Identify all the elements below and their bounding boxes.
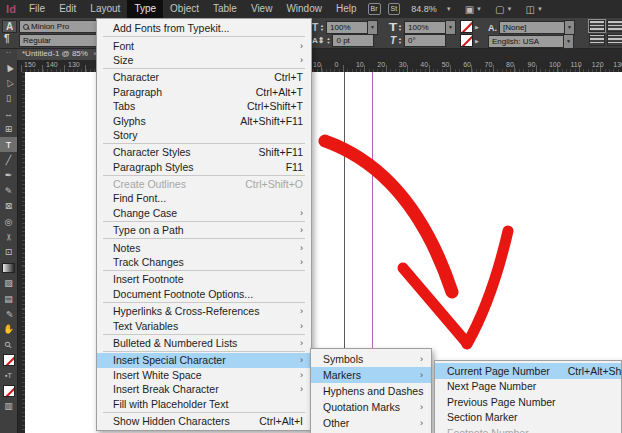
stepper-icon[interactable]: ▲▼ [326,37,330,45]
menu-item-other[interactable]: Other› [311,415,431,431]
apply-color-swatch[interactable] [0,383,17,398]
fill-indicator[interactable]: ▶ [460,20,479,33]
note-tool[interactable]: ▤ [0,291,17,306]
stepper-icon[interactable]: ▲▼ [398,37,402,45]
screen-mode-icon[interactable]: ▢▼ [495,4,512,15]
hand-tool[interactable]: ✋ [0,322,17,337]
pencil-tool[interactable]: ✎ [0,183,17,198]
dropdown-button[interactable]: ▼ [564,20,575,35]
bridge-button[interactable]: Br [368,3,381,15]
character-style-control[interactable]: A. [None] ▼ [488,20,575,35]
menubar-item-window[interactable]: Window [279,0,329,18]
align-left-icon[interactable] [589,20,605,32]
menu-item-insert-special-character[interactable]: Insert Special Character› [97,353,311,367]
direct-selection-tool[interactable]: ▷ [0,75,17,90]
stepper-icon[interactable]: ▲▼ [320,24,324,32]
menu-item-insert-white-space[interactable]: Insert White Space› [97,368,311,382]
ellipse-tool[interactable]: ◎ [0,214,17,229]
baseline-shift-control[interactable]: A⇕ ▲▼ 0 pt [312,34,374,47]
align-center-icon[interactable] [607,20,622,32]
menu-item-section-marker[interactable]: Section Marker [435,410,621,426]
none-stroke-swatch[interactable] [460,34,473,47]
menu-item-story[interactable]: Story [97,128,311,142]
view-options-icon[interactable]: ▣▼ [465,4,482,15]
scissors-tool[interactable]: ✂ [0,229,17,244]
gradient-swatch-tool[interactable] [0,260,17,275]
menu-item-footnote-number[interactable]: Footnote Number [435,425,621,433]
menu-item-character-styles[interactable]: Character StylesShift+F11 [97,145,311,159]
swatch-caret-icon[interactable]: ▶ [475,38,479,44]
menubar-item-type[interactable]: Type [127,0,163,18]
menu-item-character[interactable]: CharacterCtrl+T [97,70,311,84]
horizontal-scale-control[interactable]: T ▲▼ 100% ▼ [390,20,456,35]
pen-tool[interactable]: ✒ [0,168,17,183]
menu-item-fill-with-placeholder-text[interactable]: Fill with Placeholder Text [97,396,311,410]
menu-item-insert-footnote[interactable]: Insert Footnote [97,272,311,286]
menubar-item-object[interactable]: Object [163,0,206,18]
menubar-item-help[interactable]: Help [329,0,364,18]
free-transform-tool[interactable]: ⊡ [0,245,17,260]
menu-item-type-on-a-path[interactable]: Type on a Path› [97,223,311,237]
vertical-ruler[interactable] [17,72,25,433]
gradient-feather-tool[interactable]: ▨ [0,275,17,290]
menu-item-markers[interactable]: Markers› [311,367,431,383]
stock-button[interactable]: St [388,3,401,15]
menu-item-previous-page-number[interactable]: Previous Page Number [435,394,621,410]
dropdown-button[interactable]: ▼ [367,20,378,35]
menubar-item-table[interactable]: Table [206,0,244,18]
menu-item-text-variables[interactable]: Text Variables› [97,318,311,332]
fill-stroke-swatch[interactable] [0,352,17,367]
selection-tool[interactable]: ▶ [0,60,17,75]
dropdown-button[interactable]: ▼ [445,20,456,35]
menubar-item-file[interactable]: File [22,0,52,18]
document-tab[interactable]: *Untitled-1 @ 85% × [17,48,103,60]
content-collector-tool[interactable]: ⊞ [0,122,17,137]
menu-item-track-changes[interactable]: Track Changes› [97,255,311,269]
justify-icon[interactable] [607,34,622,46]
menu-item-paragraph[interactable]: ParagraphCtrl+Alt+T [97,85,311,99]
zoom-caret-icon[interactable]: ▼ [446,6,452,12]
menu-item-glyphs[interactable]: GlyphsAlt+Shift+F11 [97,113,311,127]
menu-item-size[interactable]: Size› [97,53,311,67]
none-fill-swatch[interactable] [460,20,473,33]
vertical-scale-control[interactable]: T ▲▼ 100% ▼ [312,20,378,35]
dropdown-button[interactable]: ▼ [563,34,574,49]
menu-item-paragraph-styles[interactable]: Paragraph StylesF11 [97,160,311,174]
tools-panel-header[interactable]: ·· [0,48,17,60]
menu-item-change-case[interactable]: Change Case› [97,206,311,220]
menu-item-bulleted-numbered-lists[interactable]: Bulleted & Numbered Lists› [97,336,311,350]
type-tool[interactable]: T [0,137,17,152]
swatch-caret-icon[interactable]: ▶ [475,24,479,30]
align-right-icon[interactable] [589,34,605,46]
menu-item-add-fonts-from-typekit[interactable]: Add Fonts from Typekit... [97,21,311,35]
arrange-documents-icon[interactable]: ◫▼ [525,4,542,15]
stepper-icon[interactable]: ▲▼ [398,24,402,32]
menu-item-quotation-marks[interactable]: Quotation Marks› [311,399,431,415]
menu-item-hyphens-and-dashes[interactable]: Hyphens and Dashes› [311,383,431,399]
paragraph-formatting-icon[interactable]: ¶ [4,33,10,44]
menu-item-insert-break-character[interactable]: Insert Break Character› [97,382,311,396]
menubar-item-layout[interactable]: Layout [83,0,127,18]
stroke-indicator[interactable]: ▶ [460,34,479,47]
menu-item-font[interactable]: Font› [97,38,311,52]
font-search-input[interactable]: Minion Pro [19,20,97,33]
menu-item-current-page-number[interactable]: Current Page NumberCtrl+Alt+Shift+N [435,363,621,379]
zoom-level[interactable]: 84.8% [411,4,437,14]
menu-item-create-outlines[interactable]: Create OutlinesCtrl+Shift+O [97,177,311,191]
rectangle-frame-tool[interactable]: ⊠ [0,199,17,214]
menu-item-next-page-number[interactable]: Next Page Number [435,379,621,395]
menu-item-show-hidden-characters[interactable]: Show Hidden CharactersCtrl+Alt+I [97,414,311,428]
screen-mode-button[interactable]: ▥ [0,399,17,414]
menu-item-hyperlinks-cross-references[interactable]: Hyperlinks & Cross-References› [97,304,311,318]
eyedropper-tool[interactable]: ✐ [0,306,17,321]
formatting-toggles[interactable]: ▪T [0,368,17,383]
menu-item-tabs[interactable]: TabsCtrl+Shift+T [97,99,311,113]
language-control[interactable]: English: USA ▼ [488,34,574,49]
menu-item-symbols[interactable]: Symbols› [311,351,431,367]
gap-tool[interactable]: ↔ [0,106,17,121]
character-formatting-icon[interactable]: A [2,20,17,33]
font-style-field[interactable]: Regular [19,34,97,47]
line-tool[interactable]: ╱ [0,152,17,167]
menubar-item-view[interactable]: View [244,0,280,18]
menubar-item-edit[interactable]: Edit [52,0,83,18]
